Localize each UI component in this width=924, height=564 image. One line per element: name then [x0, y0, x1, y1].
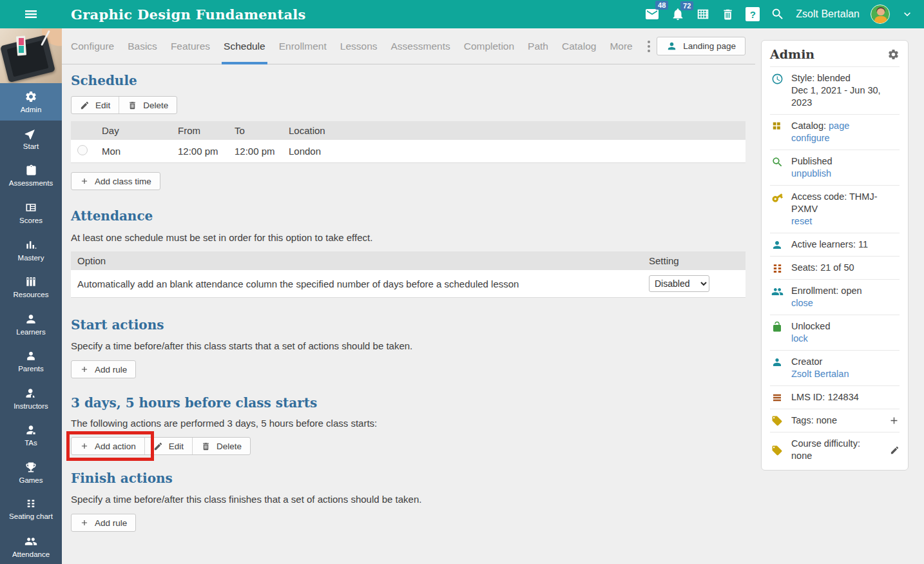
sidebar-item-instructors[interactable]: Instructors	[0, 380, 62, 417]
lms-id-value: LMS ID: 124834	[791, 391, 859, 404]
admin-row-lms-id: LMS ID: 124834	[770, 385, 900, 409]
rule-action-row: Add action Edit Delete	[71, 437, 746, 455]
start-add-rule-button[interactable]: Add rule	[71, 360, 136, 378]
trash-icon	[128, 101, 137, 110]
calendar-button[interactable]	[696, 7, 710, 21]
landing-page-button[interactable]: Landing page	[657, 37, 746, 55]
schedule-table: Day From To Location Mon 12:00 pm 12:00 …	[71, 121, 746, 163]
access-code-value: Access code: THMJ-PXMV	[791, 191, 878, 214]
add-class-time-button[interactable]: Add class time	[71, 172, 160, 190]
add-tag-button[interactable]	[889, 415, 900, 426]
catalog-page-link[interactable]: page	[829, 121, 849, 131]
admin-row-enrollment: Enrollment: open close	[770, 279, 900, 315]
hamburger-menu-button[interactable]	[0, 6, 62, 22]
tab-basics[interactable]: Basics	[128, 28, 157, 64]
style-value: Style: blended	[791, 73, 851, 83]
tab-catalog[interactable]: Catalog	[562, 28, 596, 64]
rule-delete-button[interactable]: Delete	[192, 438, 250, 454]
finish-add-rule-button[interactable]: Add rule	[71, 514, 136, 532]
avatar[interactable]	[871, 5, 890, 24]
plus-icon	[889, 415, 900, 426]
tab-bar: Configure Basics Features Schedule Enrol…	[62, 28, 755, 64]
row-select-radio[interactable]	[77, 145, 88, 155]
tab-overflow-menu[interactable]	[646, 38, 651, 55]
notifications-button[interactable]: 72	[671, 7, 685, 21]
sidebar-item-games[interactable]: Games	[0, 454, 62, 491]
tab-lessons[interactable]: Lessons	[340, 28, 378, 64]
tab-path[interactable]: Path	[528, 28, 548, 64]
avatar-body	[874, 16, 887, 24]
unpublish-link[interactable]: unpublish	[791, 168, 831, 179]
sidebar-item-parents[interactable]: Parents	[0, 343, 62, 380]
books-icon	[24, 275, 37, 288]
people-group-icon	[24, 535, 37, 548]
plus-icon	[80, 365, 89, 374]
tab-configure[interactable]: Configure	[71, 28, 114, 64]
trash-button[interactable]	[721, 8, 735, 21]
clock-icon	[770, 72, 784, 85]
admin-row-seats: Seats: 21 of 50	[770, 256, 900, 279]
trash-icon	[201, 442, 211, 451]
admin-row-catalog: Catalog: page configure	[770, 114, 900, 150]
messages-button[interactable]: 48	[644, 6, 660, 22]
sidebar-item-admin[interactable]: Admin	[0, 83, 62, 121]
edit-button[interactable]: Edit	[72, 97, 119, 113]
sidebar-item-learners[interactable]: Learners	[0, 306, 62, 343]
tab-features[interactable]: Features	[171, 28, 210, 64]
col-setting: Setting	[642, 251, 746, 270]
person-pencil-icon	[24, 387, 37, 400]
avatar-head	[877, 8, 885, 15]
thumbnail-screen	[7, 41, 49, 77]
landing-page-label: Landing page	[683, 41, 736, 51]
main-area: Configure Basics Features Schedule Enrol…	[62, 28, 755, 564]
start-actions-description: Specify a time before/after this class s…	[71, 340, 746, 351]
edit-difficulty-button[interactable]	[890, 445, 900, 455]
tab-enrollment[interactable]: Enrollment	[279, 28, 327, 64]
sidebar-item-assessments[interactable]: Assessments	[0, 157, 62, 195]
lock-link[interactable]: lock	[791, 333, 808, 344]
search-button[interactable]	[771, 7, 785, 21]
attendance-table: Option Setting Automatically add an blan…	[71, 251, 746, 298]
sidebar-item-scores[interactable]: Scores	[0, 195, 62, 232]
tab-completion[interactable]: Completion	[464, 28, 514, 64]
add-action-button[interactable]: Add action	[72, 438, 144, 454]
sidebar-item-attendance[interactable]: Attendance	[0, 528, 62, 564]
user-name[interactable]: Zsolt Bertalan	[796, 8, 860, 20]
rule-description: The following actions are performed 3 da…	[71, 418, 746, 429]
reset-link[interactable]: reset	[791, 216, 812, 226]
rule-heading: 3 days, 5 hours before class starts	[71, 395, 746, 411]
attendance-setting-select[interactable]: Disabled	[649, 275, 709, 292]
admin-row-locked: Unlocked lock	[770, 315, 900, 350]
edit-label: Edit	[169, 442, 184, 451]
sidebar-item-mastery[interactable]: Mastery	[0, 231, 62, 269]
creator-link[interactable]: Zsolt Bertalan	[791, 369, 849, 379]
col-to: To	[228, 121, 282, 140]
sidebar-item-start[interactable]: Start	[0, 121, 62, 158]
delete-label: Delete	[143, 101, 168, 110]
sidebar-item-tas[interactable]: TAs	[0, 417, 62, 454]
clipboard-check-icon	[25, 164, 37, 177]
rule-edit-button[interactable]: Edit	[144, 438, 192, 454]
schedule-row: Mon 12:00 pm 12:00 pm London	[71, 140, 746, 163]
catalog-label: Catalog:	[791, 121, 829, 131]
tab-schedule[interactable]: Schedule	[224, 28, 265, 64]
attendance-heading: Attendance	[71, 208, 746, 224]
gear-icon[interactable]	[887, 48, 900, 61]
sidebar-item-seating-chart[interactable]: Seating chart	[0, 491, 62, 529]
sidebar-item-resources[interactable]: Resources	[0, 269, 62, 306]
person-creator-icon	[770, 356, 784, 368]
catalog-configure-link[interactable]: configure	[791, 133, 830, 143]
content: Schedule Edit Delete Day From T	[62, 64, 755, 532]
user-menu-button[interactable]	[901, 8, 914, 21]
help-button[interactable]: ?	[746, 7, 760, 21]
course-thumbnail[interactable]	[0, 28, 62, 83]
seats-value: Seats: 21 of 50	[791, 262, 854, 274]
close-enrollment-link[interactable]: close	[791, 298, 813, 308]
tab-assessments[interactable]: Assessments	[391, 28, 450, 64]
rule-buttons-group: Add action Edit Delete	[71, 437, 251, 455]
plus-icon	[80, 518, 89, 527]
tab-more[interactable]: More	[610, 28, 632, 64]
notifications-badge: 72	[680, 1, 693, 10]
creator-label: Creator	[791, 356, 822, 367]
delete-button[interactable]: Delete	[119, 97, 177, 113]
